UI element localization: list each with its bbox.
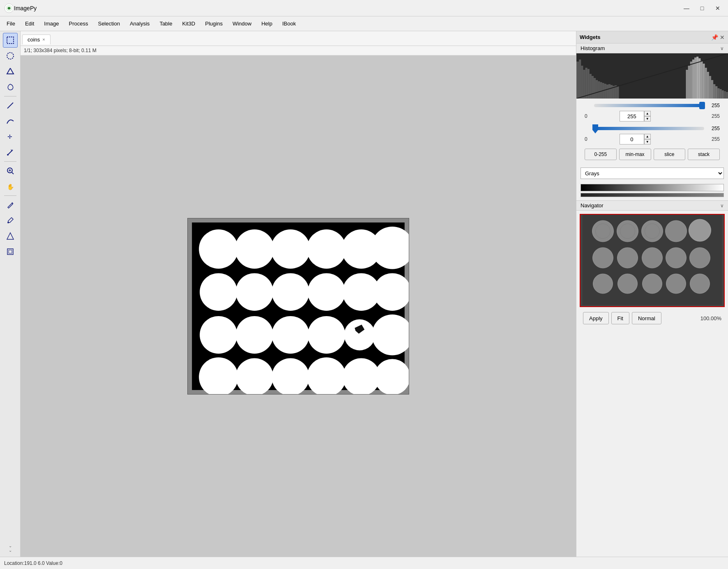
svg-rect-77 <box>711 80 713 99</box>
colormap-select[interactable]: Grays Jet Hot Cool <box>581 167 724 179</box>
svg-point-28 <box>272 273 309 311</box>
histogram-max-spinners: ▲ ▼ <box>644 111 651 122</box>
histogram-title: Histogram <box>581 45 605 51</box>
hist-min-zero: 0 <box>585 136 587 142</box>
histogram-collapse-icon[interactable]: ∨ <box>720 46 724 51</box>
minimize-button[interactable]: — <box>680 3 693 13</box>
tool-separator-1 <box>4 96 16 96</box>
navigator-content: Apply Fit Normal 100.00% <box>576 211 728 557</box>
curve-tool[interactable] <box>3 114 18 128</box>
histogram-max-input[interactable] <box>620 111 644 122</box>
svg-point-21 <box>235 229 274 268</box>
svg-rect-66 <box>688 66 690 99</box>
histogram-max-down[interactable]: ▼ <box>644 116 651 122</box>
image-canvas[interactable] <box>187 218 409 395</box>
svg-rect-3 <box>7 37 14 44</box>
tab-bar: coins × <box>21 31 576 46</box>
magic-wand-tool[interactable] <box>3 145 18 160</box>
svg-point-33 <box>236 316 274 353</box>
tab-label: coins <box>28 37 40 43</box>
hist-max-right-label: 255 <box>707 103 720 108</box>
canvas-container[interactable] <box>21 55 576 557</box>
menu-kit3d[interactable]: Kit3D <box>177 19 200 28</box>
menu-window[interactable]: Window <box>228 19 256 28</box>
histogram-min-down[interactable]: ▼ <box>644 139 651 145</box>
histogram-header[interactable]: Histogram ∨ <box>576 44 728 53</box>
svg-marker-16 <box>7 233 14 239</box>
hist-btn-stack[interactable]: stack <box>688 149 720 160</box>
close-button[interactable]: ✕ <box>712 3 724 13</box>
menu-table[interactable]: Table <box>154 19 177 28</box>
line-tool[interactable] <box>3 98 18 113</box>
hist-btn-slice[interactable]: slice <box>654 149 686 160</box>
status-bar: Location:191.0 6.0 Value:0 <box>0 557 728 569</box>
histogram-min-input[interactable] <box>620 134 644 145</box>
svg-point-91 <box>689 219 711 241</box>
menu-process[interactable]: Process <box>64 19 93 28</box>
hand-tool[interactable]: ✋ <box>3 179 18 194</box>
tab-coins[interactable]: coins × <box>22 34 51 44</box>
panel-close-icon[interactable]: ✕ <box>720 34 725 41</box>
toolbar-expand[interactable]: ⌄⌄ <box>6 541 14 555</box>
nav-thumbnail-svg <box>581 215 724 305</box>
histogram-controls: 255 0 ▲ ▼ 255 <box>576 99 728 166</box>
svg-rect-45 <box>576 62 579 99</box>
menu-ibook[interactable]: IBook <box>277 19 301 28</box>
svg-line-10 <box>12 172 14 174</box>
hist-min-255: 255 <box>712 136 720 142</box>
nav-apply-button[interactable]: Apply <box>583 312 609 324</box>
title-bar: ImagePy — □ ✕ <box>0 0 728 16</box>
tab-close-btn[interactable]: × <box>42 37 45 42</box>
colormap-row: Grays Jet Hot Cool <box>576 166 728 182</box>
navigator-header[interactable]: Navigator ∨ <box>576 201 728 211</box>
svg-point-101 <box>690 274 710 294</box>
svg-point-22 <box>271 229 310 268</box>
menu-file[interactable]: File <box>2 19 20 28</box>
frame-tool[interactable] <box>3 244 18 259</box>
svg-rect-47 <box>581 66 583 99</box>
svg-rect-84 <box>726 92 728 99</box>
svg-point-29 <box>308 273 346 311</box>
menu-plugins[interactable]: Plugins <box>200 19 228 28</box>
svg-point-100 <box>666 274 686 294</box>
histogram-min-slider-thumb[interactable] <box>592 124 598 133</box>
menu-edit[interactable]: Edit <box>20 19 39 28</box>
panel-pin-icon[interactable]: 📌 <box>711 34 718 41</box>
svg-point-2 <box>8 7 10 9</box>
svg-rect-64 <box>617 86 619 99</box>
svg-rect-75 <box>707 72 709 99</box>
svg-rect-61 <box>611 85 613 99</box>
hist-btn-0-255[interactable]: 0-255 <box>585 149 617 160</box>
histogram-max-up[interactable]: ▲ <box>644 111 651 116</box>
svg-point-90 <box>666 220 687 242</box>
svg-rect-80 <box>717 88 719 99</box>
histogram-min-up[interactable]: ▲ <box>644 134 651 139</box>
hist-btn-minmax[interactable]: min-max <box>619 149 651 160</box>
fill-tool[interactable] <box>3 229 18 243</box>
maximize-button[interactable]: □ <box>696 3 708 13</box>
svg-rect-73 <box>703 64 705 99</box>
navigator-collapse-icon[interactable]: ∨ <box>720 203 724 209</box>
pencil-tool[interactable] <box>3 197 18 212</box>
menu-analysis[interactable]: Analysis <box>125 19 154 28</box>
nav-fit-button[interactable]: Fit <box>611 312 629 324</box>
svg-point-36 <box>344 319 375 350</box>
svg-point-95 <box>666 248 687 268</box>
navigator-controls: Apply Fit Normal 100.00% <box>580 310 725 326</box>
menu-help[interactable]: Help <box>256 19 277 28</box>
histogram-max-slider-thumb[interactable] <box>699 102 705 109</box>
svg-text:✋: ✋ <box>7 184 14 190</box>
svg-text:✛: ✛ <box>7 133 12 140</box>
polygon-select-tool[interactable] <box>3 64 18 79</box>
eyedropper-tool[interactable] <box>3 213 18 228</box>
rectangle-select-tool[interactable] <box>3 33 18 48</box>
ellipse-select-tool[interactable] <box>3 48 18 63</box>
nav-normal-button[interactable]: Normal <box>632 312 661 324</box>
menu-selection[interactable]: Selection <box>93 19 124 28</box>
svg-rect-78 <box>713 84 715 99</box>
move-tool[interactable]: ✛ <box>3 129 18 144</box>
zoom-tool[interactable] <box>3 163 18 178</box>
menu-bar: File Edit Image Process Selection Analys… <box>0 16 728 31</box>
menu-image[interactable]: Image <box>39 19 64 28</box>
freehand-select-tool[interactable] <box>3 80 18 94</box>
